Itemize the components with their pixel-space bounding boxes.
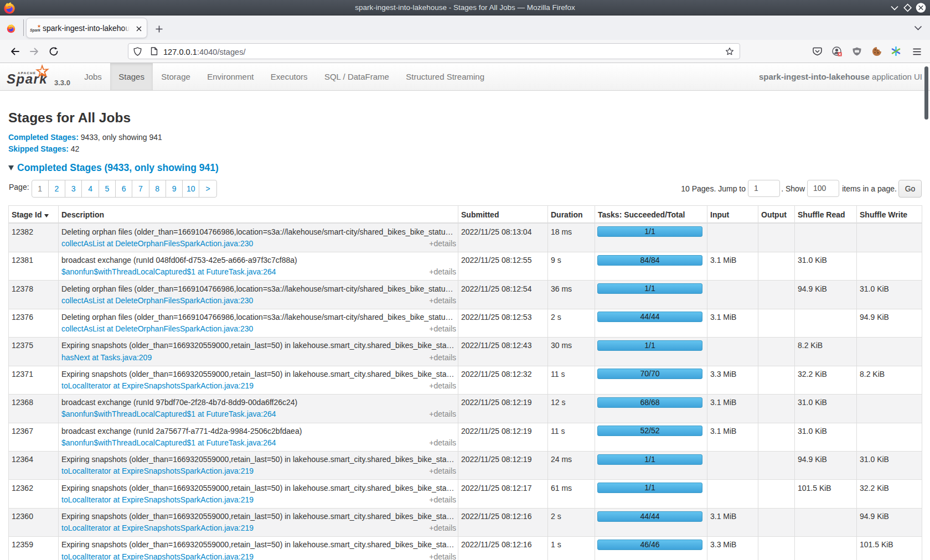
svg-text:Spark: Spark bbox=[30, 28, 41, 33]
